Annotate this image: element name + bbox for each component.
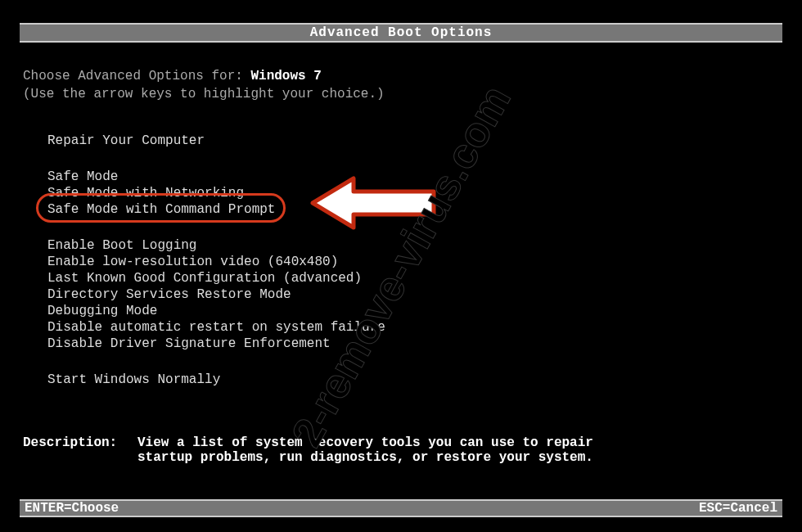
title-bar: Advanced Boot Options bbox=[20, 23, 782, 43]
footer-enter: ENTER=Choose bbox=[25, 501, 119, 516]
menu-safe-mode-networking[interactable]: Safe Mode with Networking bbox=[43, 185, 249, 201]
menu-disable-sig[interactable]: Disable Driver Signature Enforcement bbox=[43, 336, 336, 352]
menu-safe-mode-cmd[interactable]: Safe Mode with Command Prompt bbox=[43, 201, 280, 218]
menu-safe-mode-cmd-selected[interactable]: Safe Mode with Command Prompt bbox=[43, 201, 280, 218]
menu-lkgc[interactable]: Last Known Good Configuration (advanced) bbox=[43, 270, 367, 286]
menu-disable-restart[interactable]: Disable automatic restart on system fail… bbox=[43, 319, 390, 336]
menu-safe-mode[interactable]: Safe Mode bbox=[43, 169, 123, 185]
content-area: Choose Advanced Options for: Windows 7 (… bbox=[0, 43, 802, 465]
boot-menu: Repair Your Computer Safe Mode Safe Mode… bbox=[43, 133, 779, 388]
description-text: View a list of system recovery tools you… bbox=[137, 435, 596, 465]
menu-low-res[interactable]: Enable low-resolution video (640x480) bbox=[43, 254, 343, 270]
menu-boot-logging[interactable]: Enable Boot Logging bbox=[43, 237, 201, 254]
arrow-hint: (Use the arrow keys to highlight your ch… bbox=[23, 87, 779, 101]
menu-start-normal[interactable]: Start Windows Normally bbox=[43, 372, 225, 388]
choose-line: Choose Advanced Options for: Windows 7 bbox=[23, 69, 779, 83]
choose-prefix: Choose Advanced Options for: bbox=[23, 69, 250, 83]
footer-bar: ENTER=Choose ESC=Cancel bbox=[20, 499, 782, 517]
footer-esc: ESC=Cancel bbox=[699, 501, 777, 516]
os-name: Windows 7 bbox=[250, 69, 321, 83]
menu-dsrm[interactable]: Directory Services Restore Mode bbox=[43, 286, 296, 303]
page-title: Advanced Boot Options bbox=[310, 25, 493, 40]
description-label: Description: bbox=[23, 435, 137, 465]
description-block: Description: View a list of system recov… bbox=[23, 435, 779, 465]
menu-debug[interactable]: Debugging Mode bbox=[43, 303, 162, 319]
menu-repair[interactable]: Repair Your Computer bbox=[43, 133, 210, 149]
